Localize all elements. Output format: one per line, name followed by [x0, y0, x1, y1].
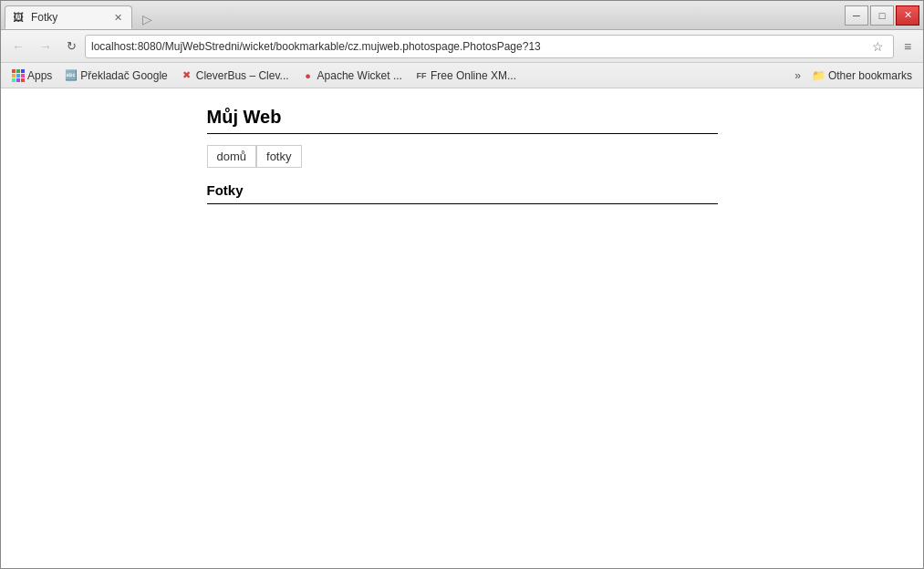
bookmark-apps[interactable]: Apps [6, 67, 57, 84]
nav-tab-domu[interactable]: domů [207, 145, 257, 168]
bookmark-apache-wicket[interactable]: ● Apache Wicket ... [296, 67, 408, 84]
address-bar-container: ☆ [85, 35, 894, 58]
close-button[interactable]: ✕ [896, 5, 919, 26]
back-button[interactable]: ← [6, 35, 30, 58]
google-translate-icon: 🔤 [65, 69, 78, 82]
page-heading: Fotky [207, 182, 718, 198]
bookmark-google-translate[interactable]: 🔤 Překladač Google [59, 67, 172, 84]
other-bookmarks-label: Other bookmarks [828, 69, 912, 82]
new-tab-button[interactable]: ▷ [136, 9, 158, 29]
browser-menu-button[interactable]: ≡ [898, 36, 918, 57]
maximize-button[interactable]: □ [870, 5, 894, 26]
tab-favicon: 🖼 [13, 11, 26, 24]
bookmarks-bar: Apps 🔤 Překladač Google ✖ CleverBus – Cl… [1, 63, 923, 88]
page-inner: Můj Web domů fotky Fotky [189, 107, 736, 204]
page-content: Můj Web domů fotky Fotky [1, 88, 923, 568]
bookmark-cleverbus-label: CleverBus – Clev... [196, 69, 289, 82]
other-bookmarks[interactable]: 📁 Other bookmarks [806, 67, 918, 84]
bookmark-xml[interactable]: FF Free Online XM... [410, 67, 522, 84]
bookmarks-more-button[interactable]: » [791, 67, 805, 84]
reload-button[interactable]: ↻ [61, 36, 81, 57]
title-bar: 🖼 Fotky ✕ ▷ ─ □ ✕ [1, 1, 923, 30]
nav-tab-fotky[interactable]: fotky [256, 145, 301, 168]
tab-close-button[interactable]: ✕ [111, 11, 124, 24]
folder-icon: 📁 [812, 69, 825, 82]
cleverbus-icon: ✖ [181, 69, 193, 82]
forward-button[interactable]: → [34, 35, 57, 58]
bookmark-cleverbus[interactable]: ✖ CleverBus – Clev... [175, 67, 295, 84]
xml-icon: FF [415, 69, 428, 82]
nav-tabs: domů fotky [207, 145, 718, 168]
apps-grid-icon [12, 69, 25, 82]
wicket-icon: ● [302, 69, 315, 82]
browser-tab-active[interactable]: 🖼 Fotky ✕ [5, 5, 132, 29]
window-controls: ─ □ ✕ [841, 1, 923, 29]
tab-area: 🖼 Fotky ✕ ▷ [1, 1, 841, 29]
address-bar-input[interactable] [91, 40, 864, 53]
page-divider [207, 203, 718, 204]
minimize-button[interactable]: ─ [845, 5, 868, 26]
bookmark-google-label: Překladač Google [80, 69, 167, 82]
bookmark-xml-label: Free Online XM... [431, 69, 516, 82]
bookmark-wicket-label: Apache Wicket ... [317, 69, 402, 82]
site-title: Můj Web [207, 107, 718, 128]
bookmark-apps-label: Apps [27, 69, 52, 82]
bookmark-star-icon[interactable]: ☆ [867, 36, 888, 57]
tab-title: Fotky [31, 11, 57, 24]
browser-window: 🖼 Fotky ✕ ▷ ─ □ ✕ ← → ↻ ☆ ≡ [0, 0, 924, 569]
toolbar: ← → ↻ ☆ ≡ [1, 30, 923, 63]
site-divider [207, 133, 718, 134]
